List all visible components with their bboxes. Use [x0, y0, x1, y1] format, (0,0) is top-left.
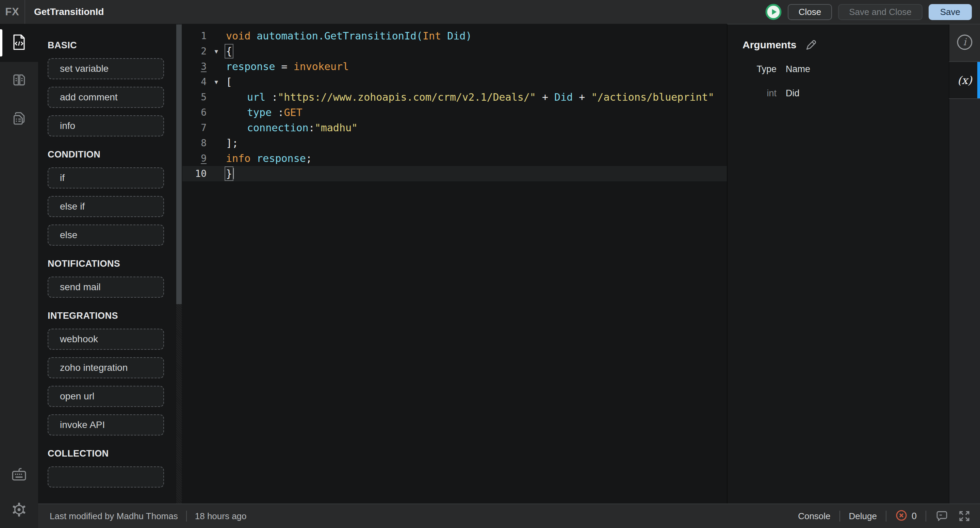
line-number[interactable]: 5 [182, 92, 207, 103]
code-token: ]; [226, 137, 238, 149]
run-button[interactable] [765, 4, 782, 20]
code-token: "/actions/blueprint" [591, 91, 714, 103]
left-icon-rail [0, 24, 38, 528]
line-number[interactable]: 8 [182, 137, 207, 149]
titlebar: FX GetTransitionId Close Save and Close … [0, 0, 980, 24]
arguments-title: Arguments [743, 39, 796, 51]
code-line[interactable]: 5url :"https://www.zohoapis.com/crm/v2.1… [182, 89, 727, 105]
rail-settings[interactable] [0, 493, 38, 528]
snippet-button[interactable]: info [48, 115, 164, 137]
tab-arguments[interactable]: (x) [949, 62, 980, 98]
settings-gear-icon [11, 502, 27, 519]
code-token [250, 153, 256, 164]
arguments-table: Type Name intDid [743, 64, 949, 99]
code-line[interactable]: 8]; [182, 135, 727, 151]
code-line[interactable]: 3response = invokeurl [182, 59, 727, 74]
keyboard-shortcuts-icon [11, 467, 27, 483]
tab-function-info[interactable]: i [949, 24, 980, 62]
right-tab-rail: i (x) [949, 24, 980, 504]
line-number[interactable]: 9 [182, 153, 207, 164]
line-number[interactable]: 10 [182, 168, 207, 179]
arguments-fx-icon: (x) [957, 74, 972, 87]
statusbar-divider [926, 511, 926, 522]
snippet-button[interactable]: webhook [48, 329, 164, 350]
statusbar: Last modified by Madhu Thomas 18 hours a… [38, 504, 980, 528]
rail-tab-saved-snippets[interactable] [0, 100, 38, 138]
line-number[interactable]: 4 [182, 76, 207, 87]
snippets-scrollbar[interactable] [176, 24, 182, 504]
code-token: connection [247, 122, 309, 134]
code-line[interactable]: 2▼{ [182, 43, 727, 59]
line-number[interactable]: 2 [182, 46, 207, 57]
save-button[interactable]: Save [929, 4, 972, 20]
fx-logo: FX [0, 0, 25, 24]
code-text: url :"https://www.zohoapis.com/crm/v2.1/… [226, 89, 714, 105]
fold-toggle-icon[interactable]: ▼ [207, 48, 226, 55]
code-lines: 1void automation.GetTransitionId(Int Did… [182, 28, 727, 181]
code-line[interactable]: 6type :GET [182, 105, 727, 120]
snippet-button[interactable]: invoke API [48, 414, 164, 436]
line-number[interactable]: 7 [182, 122, 207, 134]
code-line[interactable]: 7connection:"madhu" [182, 120, 727, 135]
line-number[interactable]: 6 [182, 107, 207, 118]
code-token: "https://www.zohoapis.com/crm/v2.1/Deals… [278, 91, 536, 103]
snippet-section-title: BASIC [48, 41, 182, 50]
save-and-close-button[interactable]: Save and Close [838, 4, 923, 20]
line-number[interactable]: 3 [182, 61, 207, 72]
statusbar-divider [186, 511, 187, 522]
fold-toggle-icon[interactable]: ▼ [207, 79, 226, 85]
snippet-button[interactable]: open url [48, 386, 164, 407]
code-text: void automation.GetTransitionId(Int Did) [226, 28, 472, 43]
play-icon [765, 16, 782, 21]
rail-tab-script-editor[interactable] [0, 24, 38, 62]
snippet-button[interactable]: send mail [48, 277, 164, 298]
line-number[interactable]: 1 [182, 30, 207, 41]
code-text: connection:"madhu" [226, 120, 358, 135]
code-token: } [226, 168, 232, 180]
info-circle-icon: i [956, 34, 973, 52]
content-area: BASICset variableadd commentinfoCONDITIO… [0, 24, 980, 528]
code-editor[interactable]: 1void automation.GetTransitionId(Int Did… [182, 24, 727, 504]
code-line[interactable]: 1void automation.GetTransitionId(Int Did… [182, 28, 727, 43]
column-header-type: Type [743, 64, 776, 75]
close-button[interactable]: Close [788, 4, 832, 20]
snippet-button[interactable]: zoho integration [48, 357, 164, 378]
edit-arguments-button[interactable] [805, 39, 817, 51]
docs-compare-icon [11, 72, 27, 89]
language-button[interactable]: Deluge [849, 511, 877, 522]
feedback-button[interactable] [935, 509, 949, 523]
snippet-button[interactable]: else [48, 224, 164, 246]
fullscreen-button[interactable] [958, 509, 971, 523]
arguments-panel: Arguments Type [727, 24, 949, 504]
function-title: GetTransitionId [34, 6, 104, 17]
code-token: "madhu" [315, 122, 358, 134]
code-line[interactable]: 9info response; [182, 151, 727, 166]
snippet-button[interactable] [48, 466, 164, 488]
code-line[interactable]: 4▼[ [182, 74, 727, 89]
svg-text:i: i [963, 37, 967, 48]
statusbar-divider [840, 511, 840, 522]
snippet-button[interactable]: if [48, 167, 164, 188]
column-header-name: Name [786, 64, 810, 75]
snippet-button[interactable]: add comment [48, 87, 164, 108]
console-button[interactable]: Console [798, 511, 830, 522]
rail-tab-reference[interactable] [0, 62, 38, 100]
script-file-icon [12, 34, 26, 52]
code-token: response [226, 60, 275, 72]
fx-logo-text: FX [5, 6, 19, 18]
code-text: } [226, 166, 234, 181]
code-line[interactable]: 10} [182, 166, 727, 181]
error-counter[interactable]: 0 [895, 509, 917, 523]
snippet-section: BASICset variableadd commentinfo [48, 41, 182, 137]
rail-keyboard-shortcuts[interactable] [0, 457, 38, 493]
snippet-button[interactable]: else if [48, 196, 164, 217]
code-token: info [226, 153, 250, 164]
copied-snippets-icon [11, 111, 27, 127]
code-token: url [247, 91, 266, 103]
code-token: [ [226, 76, 232, 88]
snippets-scrollbar-thumb[interactable] [176, 24, 182, 304]
code-text: info response; [226, 151, 312, 166]
right-rail-filler [949, 98, 980, 504]
snippet-section: NOTIFICATIONSsend mail [48, 259, 182, 298]
snippet-button[interactable]: set variable [48, 58, 164, 79]
